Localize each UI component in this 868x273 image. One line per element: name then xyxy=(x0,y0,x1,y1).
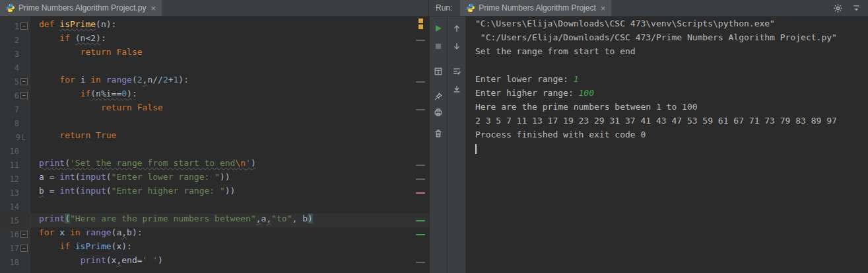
code-token: if xyxy=(59,33,75,43)
pin-tab-button[interactable] xyxy=(431,90,446,103)
editor-tab[interactable]: Prime Numbers Algorithm Project.py × xyxy=(0,0,162,16)
fold-collapse-icon[interactable]: − xyxy=(20,231,28,238)
editor-code[interactable]: def isPrime(n): if (n<2): return False f… xyxy=(30,17,429,273)
clear-console-button[interactable] xyxy=(431,127,446,140)
fold-collapse-icon[interactable]: − xyxy=(20,92,28,99)
inspection-indicator-mark[interactable] xyxy=(418,19,423,23)
pycharm-window: Prime Numbers Algorithm Project.py × Run… xyxy=(0,0,868,273)
error-stripe-mark[interactable] xyxy=(416,178,425,180)
line-number: 6 xyxy=(5,91,19,100)
line-number: 5 xyxy=(5,77,19,87)
code-token: "Enter higher range: " xyxy=(112,186,225,196)
scroll-to-end-button[interactable] xyxy=(450,83,464,96)
code-line[interactable]: print(x,end=' ') xyxy=(30,255,429,269)
code-token xyxy=(39,102,101,112)
code-token: x xyxy=(59,227,70,237)
fold-collapse-icon[interactable]: − xyxy=(20,245,28,252)
code-token: i xyxy=(81,75,91,85)
code-token: ( xyxy=(75,186,81,196)
fold-end-icon[interactable] xyxy=(22,134,26,140)
run-tab[interactable]: Prime Numbers Algorithm Project × xyxy=(460,0,611,16)
code-line[interactable]: for x in range(a,b): xyxy=(30,227,429,241)
console-text: Enter lower range: xyxy=(475,74,574,84)
soft-wrap-button[interactable] xyxy=(450,65,464,78)
code-line[interactable]: b = int(input("Enter higher range: ")) xyxy=(30,186,429,200)
fold-slot-empty xyxy=(20,175,28,182)
code-token xyxy=(39,89,81,98)
down-stack-button[interactable] xyxy=(450,40,464,53)
error-stripe-mark[interactable] xyxy=(416,165,425,166)
error-stripe-mark[interactable] xyxy=(416,40,425,41)
code-line[interactable] xyxy=(30,116,429,130)
code-token: ( xyxy=(65,158,70,168)
console-line: 2 3 5 7 11 13 17 19 23 29 31 37 41 43 47… xyxy=(475,116,868,130)
code-line[interactable]: return False xyxy=(30,47,429,61)
code-token: range xyxy=(85,227,111,237)
code-line[interactable]: def isPrime(n): xyxy=(30,19,429,33)
console-user-input: 1 xyxy=(574,74,579,84)
error-stripe-mark[interactable] xyxy=(416,220,425,221)
fold-slot-empty xyxy=(20,161,28,169)
error-stripe-mark[interactable] xyxy=(416,192,425,194)
run-panel-header: Run: Prime Numbers Algorithm Project × xyxy=(429,0,868,16)
code-line[interactable] xyxy=(30,61,429,75)
code-line[interactable] xyxy=(30,144,429,158)
code-token xyxy=(39,255,81,265)
code-line[interactable]: if (n<2): xyxy=(30,33,429,47)
code-line[interactable]: a = int(input("Enter lower range: ")) xyxy=(30,172,429,186)
code-token: return True xyxy=(59,130,116,140)
console-output[interactable]: "C:\Users\Elija\Downloads\CSC 473\venv\S… xyxy=(466,17,868,273)
editor-tabbar: Prime Numbers Algorithm Project.py × xyxy=(0,0,429,16)
code-token: input xyxy=(81,172,106,182)
code-token: if xyxy=(59,241,75,251)
code-token: print xyxy=(39,214,65,223)
code-line[interactable]: print('Set the range from start to end\n… xyxy=(30,158,429,172)
stop-button[interactable] xyxy=(431,40,446,53)
console-line: "C:/Users/Elija/Downloads/CSC 473/Prime … xyxy=(475,32,868,46)
code-line[interactable]: if isPrime(x): xyxy=(30,241,429,255)
up-stack-button[interactable] xyxy=(450,22,464,35)
console-line xyxy=(475,143,868,157)
code-token: isPrime xyxy=(75,241,112,251)
restore-layout-button[interactable] xyxy=(431,65,446,78)
console-line: Enter higher range: 100 xyxy=(475,88,868,102)
code-token: 0 xyxy=(121,89,127,98)
inspection-indicator-mark[interactable] xyxy=(418,24,423,29)
main-area: 1−2345−6−78910111213141516−17−18 def isP… xyxy=(0,17,868,273)
code-token: : xyxy=(101,33,106,43)
code-token: int xyxy=(59,186,75,196)
code-token: if xyxy=(81,89,91,98)
console-line: "C:\Users\Elija\Downloads\CSC 473\venv\S… xyxy=(475,19,868,32)
code-token: : xyxy=(132,89,137,98)
code-token: , xyxy=(121,227,127,237)
rerun-button[interactable] xyxy=(431,22,446,35)
gutter-row: 14 xyxy=(0,200,30,214)
hide-panel-icon[interactable] xyxy=(850,1,863,15)
code-line[interactable]: print("Here are the prime numbers betwee… xyxy=(30,214,429,227)
editor-panel: 1−2345−6−78910111213141516−17−18 def isP… xyxy=(0,17,429,273)
fold-collapse-icon[interactable]: − xyxy=(20,22,28,30)
error-stripe-mark[interactable] xyxy=(416,234,425,235)
run-tab-close-icon[interactable]: × xyxy=(599,4,606,13)
code-line[interactable]: if(n%i==0): xyxy=(30,89,429,102)
code-line[interactable]: return True xyxy=(30,130,429,144)
error-stripe-mark[interactable] xyxy=(416,81,425,83)
error-stripe-mark[interactable] xyxy=(416,262,425,263)
editor-gutter[interactable]: 1−2345−6−78910111213141516−17−18 xyxy=(0,17,30,273)
code-line[interactable]: for i in range(2,n//2+1): xyxy=(30,75,429,89)
gutter-row: 1− xyxy=(0,19,30,33)
fold-collapse-icon[interactable]: − xyxy=(20,78,28,85)
code-token: return False xyxy=(81,47,143,57)
fold-slot-empty xyxy=(20,258,28,266)
error-stripe-mark[interactable] xyxy=(416,109,425,110)
code-token: ): xyxy=(178,75,189,85)
print-button[interactable] xyxy=(431,106,446,119)
settings-gear-icon[interactable] xyxy=(831,1,844,15)
editor-tab-close-icon[interactable]: × xyxy=(149,4,156,13)
console-toolbar xyxy=(448,17,466,273)
code-token xyxy=(39,47,81,57)
code-line[interactable]: return False xyxy=(30,102,429,116)
code-token: )) xyxy=(225,186,236,196)
code-token: int xyxy=(59,172,75,182)
code-line[interactable] xyxy=(30,200,429,214)
